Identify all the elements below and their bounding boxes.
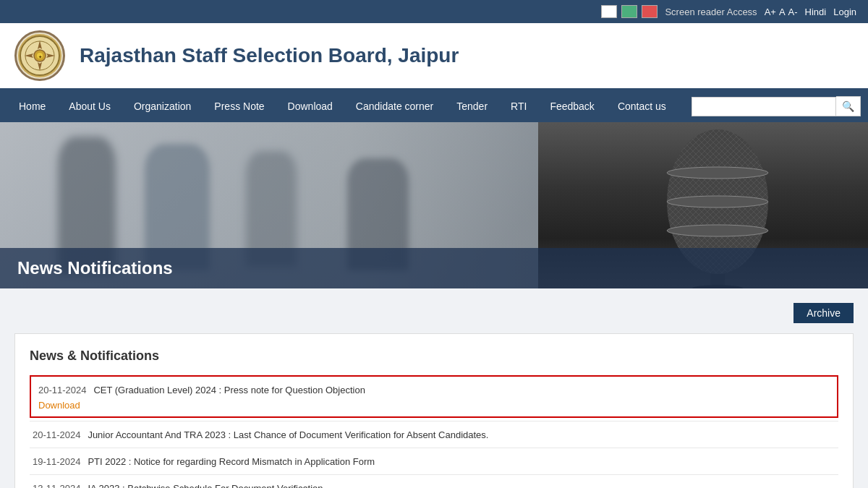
nav-home[interactable]: Home xyxy=(7,90,57,122)
panel-title: News & Notifications xyxy=(30,348,838,364)
nav-candidate-corner[interactable]: Candidate corner xyxy=(344,90,445,122)
font-size-controls: A+ A A- xyxy=(765,7,798,17)
hindi-link[interactable]: Hindi xyxy=(805,7,827,17)
site-title: Rajasthan Staff Selection Board, Jaipur xyxy=(80,44,459,67)
nav-items: Home About Us Organization Press Note Do… xyxy=(7,90,692,122)
notif-item-2: 20-11-2024 Junior Accountant And TRA 202… xyxy=(30,421,838,448)
notif-date-4: 13-11-2024 xyxy=(33,483,81,488)
svg-point-15 xyxy=(667,225,768,236)
nav-tender[interactable]: Tender xyxy=(445,90,499,122)
archive-button[interactable]: Archive xyxy=(793,303,854,323)
hero-title-box: News Notifications xyxy=(0,248,868,288)
login-link[interactable]: Login xyxy=(833,7,856,17)
top-bar: Screen reader Access A+ A A- Hindi Login xyxy=(0,0,868,23)
notif-text-4: IA 2023 : Batchwise Schedule For Documen… xyxy=(88,483,323,488)
screenreader-label: Screen reader Access xyxy=(665,7,757,17)
color-scheme-white[interactable] xyxy=(601,5,617,18)
notif-date-1: 20-11-2024 xyxy=(38,385,87,395)
notif-download-link-1[interactable]: Download xyxy=(38,400,830,411)
font-decrease-btn[interactable]: A- xyxy=(788,7,798,17)
logo-emblem: ✦ xyxy=(18,34,61,77)
search-input[interactable] xyxy=(692,97,836,116)
hero-banner: News Notifications xyxy=(0,122,868,288)
notif-text-2: Junior Accountant And TRA 2023 : Last Ch… xyxy=(88,429,488,440)
nav-rti[interactable]: RTI xyxy=(499,90,538,122)
notif-date-3: 19-11-2024 xyxy=(33,456,81,467)
logo: ✦ xyxy=(14,30,65,81)
nav-download[interactable]: Download xyxy=(276,90,344,122)
svg-text:✦: ✦ xyxy=(38,55,42,59)
svg-point-14 xyxy=(667,196,768,207)
nav-organization[interactable]: Organization xyxy=(122,90,203,122)
nav-feedback[interactable]: Feedback xyxy=(538,90,605,122)
nav-press-note[interactable]: Press Note xyxy=(203,90,276,122)
notif-item-3: 19-11-2024 PTI 2022 : Notice for regardi… xyxy=(30,448,838,474)
nav-about-us[interactable]: About Us xyxy=(57,90,122,122)
site-header: ✦ Rajasthan Staff Selection Board, Jaipu… xyxy=(0,23,868,90)
font-normal-btn[interactable]: A xyxy=(779,7,786,17)
notif-date-2: 20-11-2024 xyxy=(33,429,81,440)
archive-row: Archive xyxy=(14,303,854,323)
search-button[interactable]: 🔍 xyxy=(836,96,861,116)
color-scheme-red[interactable] xyxy=(642,5,658,18)
notif-text-3: PTI 2022 : Notice for regarding Record M… xyxy=(88,456,375,467)
main-content: Archive News & Notifications 20-11-2024 … xyxy=(0,288,868,488)
notifications-panel: News & Notifications 20-11-2024 CET (Gra… xyxy=(14,333,854,488)
notif-item-highlighted: 20-11-2024 CET (Graduation Level) 2024 :… xyxy=(30,375,838,418)
font-increase-btn[interactable]: A+ xyxy=(765,7,776,17)
hero-title: News Notifications xyxy=(17,258,173,278)
svg-point-13 xyxy=(667,167,768,179)
nav-search: 🔍 xyxy=(692,96,861,116)
main-navbar: Home About Us Organization Press Note Do… xyxy=(0,90,868,122)
nav-contact-us[interactable]: Contact us xyxy=(606,90,678,122)
notif-text-1: CET (Graduation Level) 2024 : Press note… xyxy=(93,385,365,395)
color-controls xyxy=(601,5,658,18)
color-scheme-green[interactable] xyxy=(621,5,637,18)
notif-item-4: 13-11-2024 IA 2023 : Batchwise Schedule … xyxy=(30,474,838,488)
